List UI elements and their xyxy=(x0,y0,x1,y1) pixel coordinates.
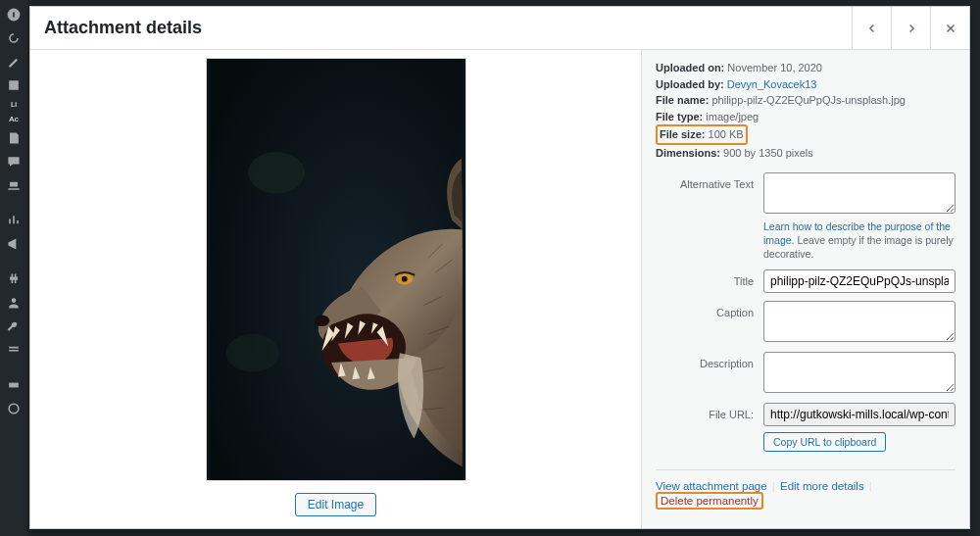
svg-point-6 xyxy=(225,334,278,372)
users-icon[interactable] xyxy=(5,294,23,312)
comments-icon[interactable] xyxy=(5,153,23,171)
attachment-meta: Uploaded on: November 10, 2020 Uploaded … xyxy=(656,60,956,161)
link-separator: | xyxy=(772,480,775,492)
wolf-image xyxy=(207,59,466,480)
delete-permanently-link[interactable]: Delete permanently xyxy=(661,495,759,507)
description-label: Description xyxy=(656,352,763,369)
file-url-input[interactable] xyxy=(763,403,956,426)
svg-point-5 xyxy=(247,152,304,194)
details-pane: Uploaded on: November 10, 2020 Uploaded … xyxy=(642,50,969,528)
caption-input[interactable] xyxy=(763,301,956,342)
next-button[interactable] xyxy=(891,7,930,50)
uploaded-by-link[interactable]: Devyn_Kovacek13 xyxy=(727,78,817,90)
sidebar-li-label: Li xyxy=(11,100,17,109)
collapse-icon[interactable] xyxy=(5,400,23,417)
misc-icon[interactable] xyxy=(5,376,23,394)
dimensions-value: 900 by 1350 pixels xyxy=(723,147,813,159)
analytics-icon[interactable] xyxy=(5,212,23,229)
title-label: Title xyxy=(656,269,763,287)
dashboard-icon[interactable] xyxy=(5,6,23,24)
modal-body: Edit Image Uploaded on: November 10, 202… xyxy=(30,50,969,528)
file-url-label: File URL: xyxy=(656,403,763,420)
close-button[interactable] xyxy=(930,7,969,50)
posts-icon[interactable] xyxy=(5,53,23,71)
modal-nav-buttons xyxy=(852,7,969,49)
marketing-icon[interactable] xyxy=(5,235,23,253)
dimensions-label: Dimensions: xyxy=(656,147,720,159)
file-size-value: 100 KB xyxy=(709,128,744,140)
file-type-value: image/jpeg xyxy=(706,111,759,122)
alt-text-label: Alternative Text xyxy=(656,172,763,190)
settings-icon[interactable] xyxy=(5,341,23,359)
wp-admin-sidebar: Li Ac xyxy=(0,0,27,536)
file-name-value: philipp-pilz-QZ2EQuPpQJs-unsplash.jpg xyxy=(711,94,905,106)
link-separator: | xyxy=(869,480,872,492)
tools-icon[interactable] xyxy=(5,317,23,335)
appearance-icon[interactable] xyxy=(5,176,23,194)
file-size-label: File size: xyxy=(660,128,705,140)
pages-icon[interactable] xyxy=(5,129,23,147)
modal-header: Attachment details xyxy=(30,7,969,50)
caption-label: Caption xyxy=(656,301,763,318)
chevron-right-icon xyxy=(905,22,918,35)
file-size-highlight: File size: 100 KB xyxy=(656,124,748,145)
view-attachment-page-link[interactable]: View attachment page xyxy=(656,480,767,492)
plugins-icon[interactable] xyxy=(5,270,23,288)
media-icon[interactable] xyxy=(5,76,23,94)
svg-point-9 xyxy=(401,276,407,282)
delete-highlight: Delete permanently xyxy=(656,492,763,510)
action-links: View attachment page | Edit more details… xyxy=(656,480,956,510)
updates-icon[interactable] xyxy=(5,29,23,47)
file-type-label: File type: xyxy=(656,111,703,122)
preview-pane: Edit Image xyxy=(30,50,642,528)
actions-divider xyxy=(656,469,956,470)
svg-point-7 xyxy=(314,315,328,326)
file-name-label: File name: xyxy=(656,94,709,106)
alt-text-input[interactable] xyxy=(763,172,956,214)
attachment-preview-image xyxy=(206,58,466,481)
sidebar-ac-label: Ac xyxy=(9,115,18,123)
title-input[interactable] xyxy=(763,269,956,293)
copy-url-button[interactable]: Copy URL to clipboard xyxy=(763,432,886,452)
uploaded-by-label: Uploaded by: xyxy=(656,78,724,90)
attachment-details-modal: Attachment details xyxy=(29,6,970,529)
modal-title: Attachment details xyxy=(44,18,202,38)
edit-image-button[interactable]: Edit Image xyxy=(295,493,376,516)
svg-point-1 xyxy=(9,404,19,414)
description-input[interactable] xyxy=(763,352,956,393)
uploaded-on-value: November 10, 2020 xyxy=(727,62,822,73)
alt-text-help: Learn how to describe the purpose of the… xyxy=(763,219,956,262)
close-icon xyxy=(944,22,957,35)
chevron-left-icon xyxy=(865,22,879,35)
uploaded-on-label: Uploaded on: xyxy=(656,62,724,73)
svg-rect-0 xyxy=(9,383,19,388)
prev-button[interactable] xyxy=(852,7,891,50)
edit-more-details-link[interactable]: Edit more details xyxy=(780,480,864,492)
